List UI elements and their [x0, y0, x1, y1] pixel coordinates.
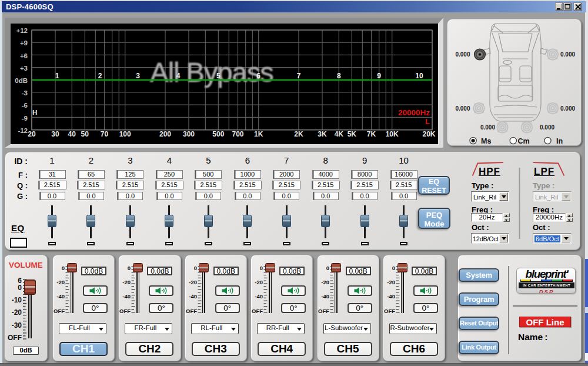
svg-text:1K: 1K — [254, 130, 263, 138]
svg-text:300: 300 — [183, 130, 195, 138]
svg-text:3K: 3K — [318, 130, 327, 138]
svg-text:Cm: Cm — [518, 137, 530, 145]
svg-text:-20: -20 — [56, 279, 65, 285]
svg-text:Ms: Ms — [481, 137, 491, 145]
svg-text:0.000: 0.000 — [560, 51, 575, 58]
svg-text:100: 100 — [119, 130, 131, 138]
svg-text:-40: -40 — [189, 293, 197, 300]
svg-text:-9: -9 — [22, 115, 28, 122]
svg-text:All Bypass: All Bypass — [150, 56, 273, 88]
svg-text:-20: -20 — [189, 279, 197, 285]
svg-text:5: 5 — [216, 72, 220, 80]
svg-text:10K: 10K — [386, 130, 399, 138]
svg-text:-20: -20 — [387, 279, 395, 285]
svg-text:+9: +9 — [20, 39, 28, 46]
svg-text:20000Hz: 20000Hz — [398, 108, 430, 117]
svg-text:0: 0 — [62, 265, 65, 271]
svg-text:40: 40 — [68, 130, 76, 138]
svg-text:500: 500 — [212, 130, 224, 138]
svg-text:0.000: 0.000 — [455, 105, 470, 112]
svg-text:0dB: 0dB — [15, 77, 28, 84]
svg-text:20K: 20K — [422, 130, 435, 138]
svg-text:In: In — [556, 137, 563, 145]
svg-text:-40: -40 — [387, 293, 395, 300]
svg-text:50: 50 — [81, 130, 89, 138]
svg-text:9: 9 — [377, 72, 381, 80]
svg-text:4K: 4K — [335, 130, 344, 138]
svg-text:20: 20 — [28, 130, 36, 138]
svg-text:-40: -40 — [255, 293, 263, 300]
svg-text:OFF: OFF — [186, 308, 197, 314]
svg-text:700: 700 — [232, 130, 243, 138]
svg-text:OFF: OFF — [119, 308, 131, 314]
svg-text:1: 1 — [55, 72, 59, 80]
svg-text:0: 0 — [128, 265, 131, 271]
svg-text:0: 0 — [194, 265, 197, 271]
svg-text:-10: -10 — [12, 296, 22, 304]
svg-text:OFF: OFF — [252, 308, 263, 314]
svg-text:200: 200 — [159, 130, 171, 138]
svg-text:+3: +3 — [20, 65, 28, 72]
svg-text:+12: +12 — [16, 27, 28, 34]
svg-text:OFF: OFF — [318, 308, 329, 314]
svg-text:L: L — [425, 118, 430, 126]
svg-text:3: 3 — [136, 72, 140, 80]
svg-text:4: 4 — [176, 72, 181, 80]
svg-text:30: 30 — [51, 130, 59, 138]
svg-text:2K: 2K — [294, 130, 303, 138]
svg-text:-20: -20 — [321, 279, 329, 285]
svg-text:-40: -40 — [56, 293, 65, 300]
svg-text:7K: 7K — [367, 130, 376, 138]
svg-text:0: 0 — [18, 284, 22, 292]
svg-text:0.000: 0.000 — [480, 124, 495, 131]
svg-text:70: 70 — [101, 130, 109, 138]
svg-text:10: 10 — [415, 72, 423, 80]
svg-text:OFF: OFF — [384, 308, 395, 314]
svg-text:-40: -40 — [123, 293, 131, 300]
svg-text:-30: -30 — [12, 321, 22, 330]
svg-text:-20: -20 — [12, 308, 22, 317]
svg-text:0: 0 — [326, 265, 329, 271]
svg-text:0: 0 — [392, 265, 395, 271]
svg-text:H: H — [32, 109, 37, 116]
svg-text:8: 8 — [337, 72, 341, 80]
svg-text:OFF: OFF — [8, 334, 22, 342]
svg-text:0.000: 0.000 — [455, 51, 470, 58]
svg-text:-6: -6 — [22, 102, 28, 109]
svg-text:2: 2 — [98, 72, 102, 80]
svg-text:-20: -20 — [123, 279, 131, 285]
svg-text:-12: -12 — [18, 127, 28, 134]
svg-text:0.000: 0.000 — [560, 105, 575, 112]
svg-text:-3: -3 — [22, 89, 28, 97]
svg-text:+6: +6 — [20, 52, 28, 59]
svg-text:-20: -20 — [255, 279, 263, 285]
svg-text:6: 6 — [256, 72, 260, 80]
svg-text:0: 0 — [260, 265, 263, 271]
svg-text:0.000: 0.000 — [540, 124, 554, 131]
svg-text:5K: 5K — [348, 130, 357, 138]
svg-text:OFF: OFF — [54, 308, 65, 314]
svg-text:7: 7 — [297, 72, 301, 80]
svg-text:-40: -40 — [321, 293, 329, 300]
